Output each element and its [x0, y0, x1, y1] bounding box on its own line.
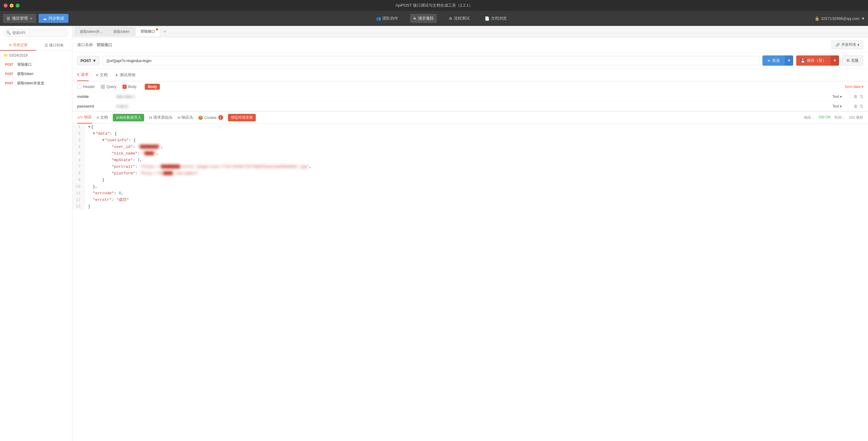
sync-data-button[interactable]: ☁ 同步数据: [39, 14, 68, 23]
cookie-tab[interactable]: 🍪 Cookie 2: [198, 112, 223, 123]
list-item[interactable]: POST 获取token: [0, 69, 72, 79]
flow-icon: ⚙: [449, 16, 453, 21]
minimize-button[interactable]: [10, 4, 13, 7]
user-icon: 🔒: [815, 16, 819, 21]
time-label: 时间：: [835, 115, 845, 120]
code-line: 2 ▼"data": {: [72, 130, 868, 137]
save-dropdown-button[interactable]: ▼: [831, 56, 839, 66]
cookie-icon: 🍪: [198, 115, 203, 120]
cloud-icon: ☁: [43, 16, 47, 21]
api-list-tab[interactable]: ☰ 接口列表: [36, 40, 72, 50]
team-collab-nav[interactable]: 👥 团队协作: [373, 14, 401, 23]
field-actions: 🗑 ⇅: [854, 94, 863, 99]
maximize-button[interactable]: [16, 4, 20, 7]
chevron-down-icon: ▼: [30, 17, 33, 20]
method-select[interactable]: POST ▼: [77, 56, 99, 65]
main-layout: 🔍 ↺ 历史记录 ☰ 接口列表 📁 03/24/2019 POST 登陆接口 P…: [0, 26, 868, 441]
doc-browse-nav[interactable]: 📄 文档浏览: [482, 14, 510, 23]
code-icon: </>: [77, 115, 83, 120]
request-original-tab[interactable]: H 请求原始头: [149, 112, 173, 123]
menu-icon: ☰: [7, 16, 10, 21]
link-icon: 🔗: [835, 43, 840, 47]
response-code-editor[interactable]: 1 ▼{ 2 ▼"data": { 3 ▼"userinfo": { 4 "us…: [72, 124, 868, 441]
project-manager-button[interactable]: ☰ 项目管理 ▼: [3, 14, 36, 23]
app-title: ApiPOST 接口调试与文档生成工具（2.2.1）: [395, 3, 472, 8]
tab-item[interactable]: 获取token: [108, 27, 134, 36]
demo-project-nav[interactable]: ✈ 演示项目: [410, 14, 437, 23]
list-icon: ☰: [44, 43, 48, 47]
chevron-down-icon: ▾: [861, 84, 863, 89]
header-checkbox[interactable]: [77, 84, 82, 89]
delete-icon[interactable]: 🗑: [854, 94, 858, 99]
field-value[interactable]: ●●● ●●● 1: [116, 94, 829, 99]
api-name-input[interactable]: [96, 42, 828, 47]
chevron-down-icon: ▾: [858, 43, 859, 47]
list-item[interactable]: POST 登陆接口: [0, 60, 72, 69]
response-time: 102 毫秒: [849, 115, 863, 120]
doc-icon: 📄: [485, 16, 490, 21]
send-icon: ✈: [413, 16, 416, 21]
field-type-select[interactable]: Text ▾: [832, 104, 850, 108]
add-tab-button[interactable]: +: [161, 28, 169, 35]
tab-item-active[interactable]: 登陆接口: [135, 27, 160, 36]
history-tab[interactable]: ↺ 历史记录: [0, 40, 36, 50]
chevron-down-icon: ▼: [92, 59, 96, 63]
response-label: 响应：: [804, 115, 815, 120]
doc-tab[interactable]: ≡ 文档: [96, 69, 108, 81]
response-head-tab[interactable]: H 响应头: [178, 112, 193, 123]
env-select-button[interactable]: 🔗 开发环境 ▾: [832, 40, 863, 49]
sort-icon[interactable]: ⇅: [860, 104, 863, 108]
close-button[interactable]: [4, 4, 7, 7]
body-field-row: mobile ●●● ●●● 1 Text ▾ 🗑 ⇅: [72, 92, 868, 102]
code-line: 6 "mpState": 1,: [72, 157, 868, 164]
query-check[interactable]: Query: [101, 84, 116, 89]
doc-icon: ≡: [96, 73, 98, 77]
doc-response-tab[interactable]: ≡ 文档: [97, 112, 108, 123]
h-icon: H: [178, 115, 180, 120]
body-check[interactable]: ✓ Body: [122, 84, 136, 89]
test-icon: ✦: [115, 73, 118, 77]
code-line: 4 "user_id": "████████",: [72, 144, 868, 150]
tab-bar: 获取token并... 获取token 登陆接口 +: [72, 26, 868, 37]
api-name-row: 接口名称 🔗 开发环境 ▾: [72, 37, 868, 53]
send-button-group: ✈ 发送 ▼: [763, 56, 793, 66]
url-input[interactable]: [102, 56, 760, 65]
sidebar: 🔍 ↺ 历史记录 ☰ 接口列表 📁 03/24/2019 POST 登陆接口 P…: [0, 26, 72, 441]
header-check[interactable]: Header: [77, 84, 95, 89]
api-item-name: 获取token并发送: [17, 81, 44, 86]
save-button-group: 💾 保存（至） ▼: [796, 56, 839, 66]
send-button[interactable]: ✈ 发送: [763, 56, 785, 66]
field-value[interactable]: ●.●●.●: [116, 104, 829, 108]
code-line: 10 },: [72, 183, 868, 190]
user-menu[interactable]: 🔒 3257132998@qq.com ▼: [815, 16, 865, 21]
search-input[interactable]: [4, 29, 68, 37]
response-tab[interactable]: </> 响应: [77, 111, 92, 124]
top-nav: ☰ 项目管理 ▼ ☁ 同步数据 👥 团队协作 ✈ 演示项目 ⚙ 流程测试 📄 文…: [0, 11, 868, 26]
bind-env-button[interactable]: 绑定环境变量: [228, 114, 256, 122]
body-field-row: password ●.●●.● Text ▾ 🗑 ⇅: [72, 102, 868, 111]
form-data-select[interactable]: form-data ▾: [845, 84, 863, 89]
test-case-tab[interactable]: ✦ 测试用例: [115, 69, 135, 81]
list-item[interactable]: POST 获取token并发送: [0, 79, 72, 88]
method-badge: POST: [4, 81, 15, 86]
send-dropdown-button[interactable]: ▼: [785, 56, 793, 66]
save-button[interactable]: 💾 保存（至）: [796, 56, 831, 66]
team-icon: 👥: [376, 16, 381, 21]
body-checkbox[interactable]: ✓: [122, 84, 127, 89]
tab-item[interactable]: 获取token并...: [75, 27, 108, 36]
code-line: 8 "platform": "http://99████.com/admin": [72, 170, 868, 177]
code-line: 9 }: [72, 177, 868, 183]
unsaved-dot: [156, 28, 158, 30]
url-bar: POST ▼ ✈ 发送 ▼ 💾 保存（至） ▼ ⧉ 克隆: [72, 53, 868, 69]
request-tab[interactable]: ¶ 请求: [77, 69, 89, 81]
import-from-response-button[interactable]: 从响应数据导入: [113, 114, 144, 122]
code-line: 13 }: [72, 203, 868, 210]
clone-button[interactable]: ⧉ 克隆: [842, 56, 863, 66]
flow-test-nav[interactable]: ⚙ 流程测试: [446, 14, 473, 23]
doc-icon: ≡: [97, 115, 99, 120]
delete-icon[interactable]: 🗑: [854, 104, 858, 108]
sidebar-search-area: 🔍: [0, 26, 72, 40]
sort-icon[interactable]: ⇅: [860, 94, 863, 99]
field-type-select[interactable]: Text ▾: [832, 95, 850, 99]
query-checkbox[interactable]: [101, 84, 105, 89]
